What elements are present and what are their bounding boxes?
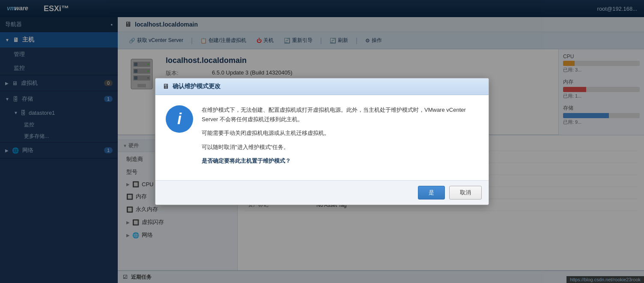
modal-yes-button[interactable]: 是 — [418, 186, 445, 200]
modal-overlay: 🖥 确认维护模式更改 i 在维护模式下，无法创建、配置虚拟机或打开虚拟机电源。此… — [0, 0, 644, 283]
modal-text-3: 可以随时取消"进入维护模式"任务。 — [202, 143, 478, 152]
modal-footer: 是 取消 — [155, 180, 489, 205]
modal-info-icon: i — [166, 105, 193, 133]
modal-text: 在维护模式下，无法创建、配置虚拟机或打开虚拟机电源。此外，当主机处于维护模式时，… — [202, 105, 478, 170]
modal-body: i 在维护模式下，无法创建、配置虚拟机或打开虚拟机电源。此外，当主机处于维护模式… — [155, 95, 489, 180]
modal-dialog: 🖥 确认维护模式更改 i 在维护模式下，无法创建、配置虚拟机或打开虚拟机电源。此… — [155, 78, 489, 205]
modal-title-icon: 🖥 — [162, 83, 169, 90]
modal-header: 🖥 确认维护模式更改 — [155, 78, 489, 95]
modal-title: 确认维护模式更改 — [173, 83, 221, 90]
modal-text-1: 在维护模式下，无法创建、配置虚拟机或打开虚拟机电源。此外，当主机处于维护模式时，… — [202, 105, 478, 124]
modal-text-2: 可能需要手动关闭虚拟机电源或从主机迁移虚拟机。 — [202, 128, 478, 138]
modal-cancel-button[interactable]: 取消 — [449, 186, 482, 200]
modal-confirm-text: 是否确定要将此主机置于维护模式？ — [202, 156, 478, 166]
